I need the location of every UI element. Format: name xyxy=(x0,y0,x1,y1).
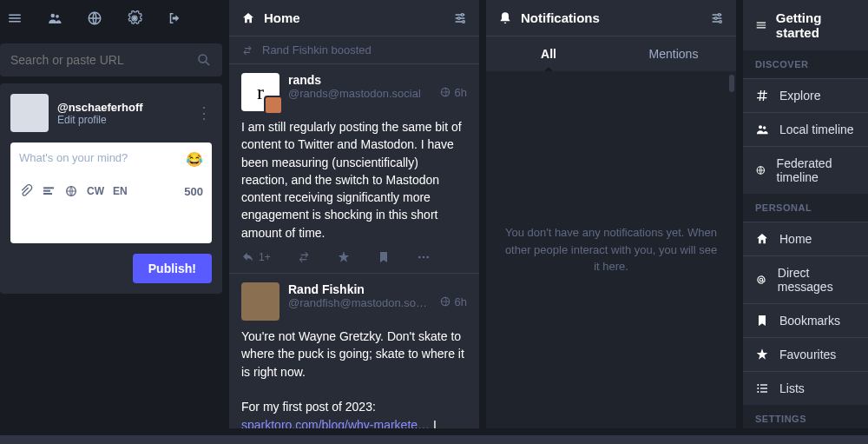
avatar[interactable] xyxy=(10,94,49,132)
svg-rect-5 xyxy=(43,187,54,189)
nav-item-explore[interactable]: Explore xyxy=(743,78,868,112)
post-time[interactable]: 6h xyxy=(455,86,467,99)
logout-icon[interactable] xyxy=(167,10,182,26)
cw-toggle[interactable]: CW xyxy=(87,185,104,197)
poll-icon[interactable] xyxy=(42,184,56,198)
svg-point-26 xyxy=(757,391,759,393)
more-button[interactable] xyxy=(417,250,431,264)
svg-point-21 xyxy=(763,126,766,129)
nav-section-discover: DISCOVER xyxy=(743,50,868,78)
notifications-body: You don't have any notifications yet. Wh… xyxy=(486,71,736,428)
svg-point-18 xyxy=(714,17,717,19)
topbar xyxy=(0,0,222,36)
scrollbar-thumb[interactable] xyxy=(729,75,734,92)
notification-tabs: All Mentions xyxy=(486,36,736,71)
post: r rands @rands@mastodon.social 6h I am s… xyxy=(229,63,479,273)
settings-sliders-icon[interactable] xyxy=(453,11,467,25)
post-body: I am still regularly posting the same bi… xyxy=(241,118,467,242)
getting-started-header: Getting started xyxy=(743,0,868,50)
lang-toggle[interactable]: EN xyxy=(113,185,128,197)
compose-box: 😂 CW EN 500 xyxy=(10,142,212,243)
svg-rect-29 xyxy=(760,391,767,392)
post-link[interactable]: sparktoro.com/blog/why-markete… xyxy=(241,418,430,428)
post-display-name[interactable]: Rand Fishkin xyxy=(288,282,431,296)
char-count: 500 xyxy=(184,185,203,198)
profile-card: @nschaeferhoff Edit profile ⋮ 😂 CW EN xyxy=(0,83,222,294)
horizontal-scrollbar[interactable] xyxy=(0,435,868,444)
profile-handle[interactable]: @nschaeferhoff xyxy=(57,101,187,114)
bell-icon xyxy=(498,11,512,25)
globe-icon xyxy=(755,163,766,177)
nav-item-home[interactable]: Home xyxy=(743,222,868,255)
settings-sliders-icon[interactable] xyxy=(710,11,724,25)
gear-icon[interactable] xyxy=(127,10,142,26)
compose-textarea[interactable] xyxy=(19,151,186,177)
boost-button[interactable] xyxy=(297,250,311,264)
home-header: Home xyxy=(229,0,479,36)
getting-started-title: Getting started xyxy=(776,10,856,40)
svg-point-1 xyxy=(56,15,59,18)
home-title: Home xyxy=(264,10,300,25)
nav-section-personal: PERSONAL xyxy=(743,194,868,222)
tab-all[interactable]: All xyxy=(486,36,611,71)
svg-point-9 xyxy=(461,13,464,16)
post-handle[interactable]: @rands@mastodon.social xyxy=(288,87,431,100)
nav-item-dm[interactable]: Direct messages xyxy=(743,255,868,303)
public-icon xyxy=(439,295,451,308)
at-icon xyxy=(755,273,767,287)
star-icon xyxy=(755,348,769,361)
svg-rect-27 xyxy=(760,384,767,385)
list-icon xyxy=(755,381,769,395)
nav-item-lists[interactable]: Lists xyxy=(743,371,868,405)
bookmark-icon xyxy=(755,314,769,328)
menu-icon[interactable] xyxy=(7,10,23,26)
boost-indicator: Rand Fishkin boosted xyxy=(229,36,479,63)
favourite-button[interactable] xyxy=(337,250,351,264)
nav-item-local[interactable]: Local timeline xyxy=(743,112,868,146)
nav-item-federated[interactable]: Federated timeline xyxy=(743,146,868,194)
svg-point-19 xyxy=(720,20,722,23)
search-bar[interactable] xyxy=(0,43,222,76)
notifications-header: Notifications xyxy=(486,0,736,36)
svg-rect-6 xyxy=(43,190,50,192)
post-display-name[interactable]: rands xyxy=(288,73,431,87)
nav-item-bookmarks[interactable]: Bookmarks xyxy=(743,303,868,337)
public-icon xyxy=(439,86,451,98)
publish-button[interactable]: Publish! xyxy=(133,254,212,283)
home-icon xyxy=(241,11,255,25)
svg-point-0 xyxy=(51,14,56,18)
bookmark-button[interactable] xyxy=(377,250,391,264)
community-icon[interactable] xyxy=(47,10,62,26)
tab-mentions[interactable]: Mentions xyxy=(611,36,736,71)
svg-point-13 xyxy=(418,256,421,259)
svg-point-25 xyxy=(757,388,759,389)
nav-item-favourites[interactable]: Favourites xyxy=(743,337,868,371)
post-actions: 1+ xyxy=(241,250,467,264)
post-avatar[interactable]: r xyxy=(241,73,279,111)
boost-icon xyxy=(241,44,253,56)
profile-menu-icon[interactable]: ⋮ xyxy=(196,103,212,123)
post-handle[interactable]: @randfish@mastodon.soc... xyxy=(288,296,431,309)
svg-point-15 xyxy=(426,256,429,259)
notifications-title: Notifications xyxy=(521,10,600,25)
emoji-picker-icon[interactable]: 😂 xyxy=(186,151,203,177)
search-icon xyxy=(196,52,212,68)
post-body: You're not Wayne Gretzky. Don't skate to… xyxy=(241,328,467,428)
globe-icon[interactable] xyxy=(87,10,102,26)
empty-notifications-text: You don't have any notifications yet. Wh… xyxy=(503,224,719,275)
svg-rect-7 xyxy=(43,193,52,195)
edit-profile-link[interactable]: Edit profile xyxy=(57,114,187,126)
svg-point-14 xyxy=(422,256,424,259)
attach-icon[interactable] xyxy=(19,184,33,198)
post: Rand Fishkin @randfish@mastodon.soc... 6… xyxy=(229,273,479,428)
booster-avatar xyxy=(264,96,283,115)
visibility-icon[interactable] xyxy=(64,184,78,198)
hamburger-icon xyxy=(755,18,767,32)
hashtag-icon xyxy=(755,89,769,103)
post-avatar[interactable] xyxy=(241,282,279,321)
post-time[interactable]: 6h xyxy=(455,295,467,308)
home-icon xyxy=(755,232,769,246)
nav-section-settings: SETTINGS xyxy=(743,405,868,428)
reply-button[interactable]: 1+ xyxy=(241,250,271,264)
search-input[interactable] xyxy=(10,53,196,67)
